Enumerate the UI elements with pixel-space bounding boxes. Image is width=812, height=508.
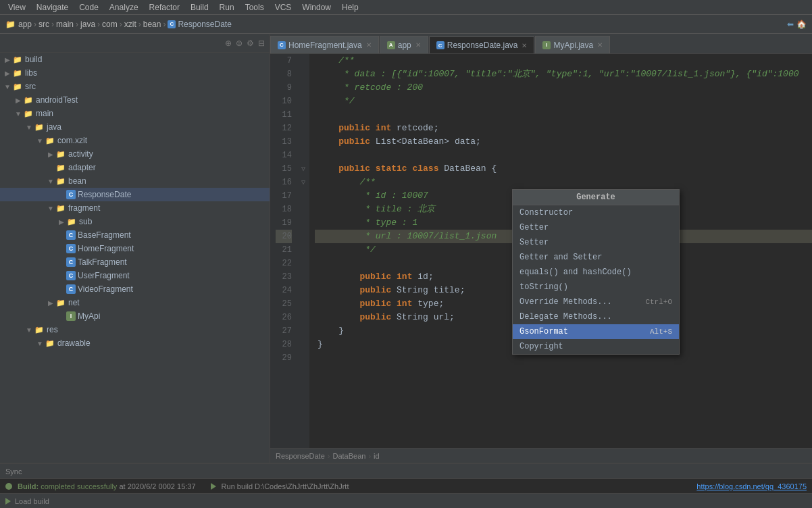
ctx-getter[interactable]: Getter xyxy=(513,220,679,235)
nav-back-icon[interactable]: ⬅ xyxy=(787,20,794,29)
build-status-row: Sync xyxy=(0,463,812,478)
tab-close-responsedate[interactable]: ✕ xyxy=(522,42,527,49)
bc-java[interactable]: java xyxy=(80,20,95,29)
ctx-delegate[interactable]: Delegate Methods... xyxy=(513,309,679,324)
ctx-constructor[interactable]: Constructor xyxy=(513,205,679,220)
code-line-11 xyxy=(315,108,812,122)
tab-app[interactable]: A app ✕ xyxy=(380,36,428,53)
ctx-equals-hashcode[interactable]: equals() and hashCode() xyxy=(513,265,679,280)
folder-icon-adapter: 📁 xyxy=(55,162,66,173)
class-icon-home: C xyxy=(66,244,76,253)
tab-close-myapi[interactable]: ✕ xyxy=(597,41,603,49)
context-menu: Generate Constructor Getter Setter Gette… xyxy=(512,189,680,355)
tab-myapi[interactable]: I MyApi.java ✕ xyxy=(535,36,610,53)
sidebar-item-res[interactable]: ▼ 📁 res xyxy=(0,323,270,336)
tab-homefragment[interactable]: C HomeFragment.java ✕ xyxy=(270,36,379,53)
editor-container: C HomeFragment.java ✕ A app ✕ C Response… xyxy=(270,34,812,463)
nav-forward-icon[interactable]: 🏠 xyxy=(796,20,807,29)
code-line-15: public static class DataBean { xyxy=(315,162,812,176)
bc-xzit[interactable]: xzit xyxy=(124,20,136,29)
ctx-copyright[interactable]: Copyright xyxy=(513,339,679,354)
sidebar-item-videofragment[interactable]: ▶ C VideoFragment xyxy=(0,282,270,296)
code-line-16: /** xyxy=(315,176,812,189)
sidebar-item-sub[interactable]: ▶ 📁 sub xyxy=(0,215,270,228)
menu-analyze[interactable]: Analyze xyxy=(104,1,144,14)
folder-icon-net: 📁 xyxy=(55,297,66,308)
editor-tabs: C HomeFragment.java ✕ A app ✕ C Response… xyxy=(270,34,812,54)
folder-icon-libs: 📁 xyxy=(12,68,23,78)
ctx-gsonformat[interactable]: GsonFormat Alt+S xyxy=(513,324,679,339)
folder-icon-build: 📁 xyxy=(12,54,23,65)
run-icon xyxy=(211,483,216,490)
code-line-8: * data : [{"id":10007, "title":"北京", "ty… xyxy=(315,68,812,81)
sidebar-settings-icon[interactable]: ⚙ xyxy=(247,39,254,48)
sidebar-item-drawable[interactable]: ▼ 📁 drawable xyxy=(0,336,270,350)
sidebar-item-myapi[interactable]: ▶ I MyApi xyxy=(0,309,270,323)
bc-bean[interactable]: bean xyxy=(143,20,161,29)
sidebar-toolbar-btn2[interactable]: ⊜ xyxy=(236,39,243,48)
menu-navigate[interactable]: Navigate xyxy=(31,1,74,14)
sidebar-item-adapter[interactable]: ▶ 📁 adapter xyxy=(0,161,270,174)
code-line-10: */ xyxy=(315,95,812,108)
class-icon-bc: C xyxy=(168,20,176,28)
bc-com[interactable]: com xyxy=(102,20,118,29)
bc-responsedate[interactable]: ResponseDate xyxy=(178,20,231,29)
folder-icon-androidtest: 📁 xyxy=(23,95,34,105)
sidebar-collapse-icon[interactable]: ⊟ xyxy=(258,39,265,48)
sidebar-item-basefragment[interactable]: ▶ C BaseFragment xyxy=(0,228,270,242)
menu-code[interactable]: Code xyxy=(74,1,104,14)
class-icon-video: C xyxy=(66,284,76,294)
editor-area[interactable]: 7 8 9 10 11 12 13 14 15 16 17 18 19 20 xyxy=(270,54,812,448)
sidebar-toolbar-btn1[interactable]: ⊕ xyxy=(225,39,232,48)
tab-responsedate[interactable]: C ResponseDate.java ✕ xyxy=(429,36,535,54)
ctx-getter-setter[interactable]: Getter and Setter xyxy=(513,250,679,265)
folder-icon-sub: 📁 xyxy=(66,216,77,227)
ctx-setter[interactable]: Setter xyxy=(513,235,679,250)
code-line-14 xyxy=(315,149,812,162)
class-icon-talk: C xyxy=(66,257,76,267)
sidebar-item-build[interactable]: ▶ 📁 build xyxy=(0,53,270,66)
sidebar-item-libs[interactable]: ▶ 📁 libs xyxy=(0,66,270,80)
line-numbers: 7 8 9 10 11 12 13 14 15 16 17 18 19 20 xyxy=(270,54,297,448)
sidebar-item-talkfragment[interactable]: ▶ C TalkFragment xyxy=(0,255,270,269)
code-line-13: public List<DataBean> data; xyxy=(315,135,812,149)
menu-vcs[interactable]: VCS xyxy=(270,1,297,14)
menu-window[interactable]: Window xyxy=(297,1,336,14)
tab-close-homefragment[interactable]: ✕ xyxy=(366,41,372,49)
sidebar-item-homefragment[interactable]: ▶ C HomeFragment xyxy=(0,242,270,255)
menu-refactor[interactable]: Refactor xyxy=(144,1,185,14)
menu-tools[interactable]: Tools xyxy=(240,1,270,14)
sidebar-item-userfragment[interactable]: ▶ C UserFragment xyxy=(0,269,270,282)
breadcrumb: 📁 app › src › main › java › com › xzit ›… xyxy=(0,15,812,34)
tab-close-app[interactable]: ✕ xyxy=(415,41,421,49)
sidebar-item-net[interactable]: ▶ 📁 net xyxy=(0,296,270,309)
menu-build[interactable]: Build xyxy=(185,1,214,14)
build-success-icon xyxy=(5,483,12,490)
sidebar-item-comxzit[interactable]: ▼ 📁 com.xzit xyxy=(0,134,270,147)
folder-icon-bean: 📁 xyxy=(55,176,66,186)
bc-main[interactable]: main xyxy=(56,20,74,29)
ctx-override[interactable]: Override Methods... Ctrl+O xyxy=(513,295,679,309)
code-line-9: * retcode : 200 xyxy=(315,81,812,95)
menu-help[interactable]: Help xyxy=(336,1,364,14)
sidebar-item-responsedate[interactable]: ▶ C ResponseDate xyxy=(0,188,270,201)
sidebar-item-androidtest[interactable]: ▶ 📁 androidTest xyxy=(0,93,270,107)
bc-src[interactable]: src xyxy=(39,20,49,29)
sidebar-item-fragment[interactable]: ▼ 📁 fragment xyxy=(0,201,270,215)
menu-view[interactable]: View xyxy=(3,1,31,14)
bc-app[interactable]: app xyxy=(18,20,32,29)
folder-icon-res: 📁 xyxy=(34,324,45,335)
code-line-7: /** xyxy=(315,54,812,68)
ctx-tostring[interactable]: toString() xyxy=(513,280,679,295)
menu-bar: View Navigate Code Analyze Refactor Buil… xyxy=(0,0,812,15)
sidebar-item-java[interactable]: ▼ 📁 java xyxy=(0,120,270,134)
sidebar-item-bean[interactable]: ▼ 📁 bean xyxy=(0,174,270,188)
sidebar-item-src[interactable]: ▼ 📁 src xyxy=(0,80,270,93)
code-gutter: ▽ ▽ xyxy=(297,54,309,448)
class-icon-base: C xyxy=(66,230,76,240)
sidebar-item-main[interactable]: ▼ 📁 main xyxy=(0,107,270,120)
sidebar-item-activity[interactable]: ▶ 📁 activity xyxy=(0,147,270,161)
tab-icon-app: A xyxy=(387,41,395,49)
context-menu-title: Generate xyxy=(513,190,679,205)
menu-run[interactable]: Run xyxy=(214,1,240,14)
